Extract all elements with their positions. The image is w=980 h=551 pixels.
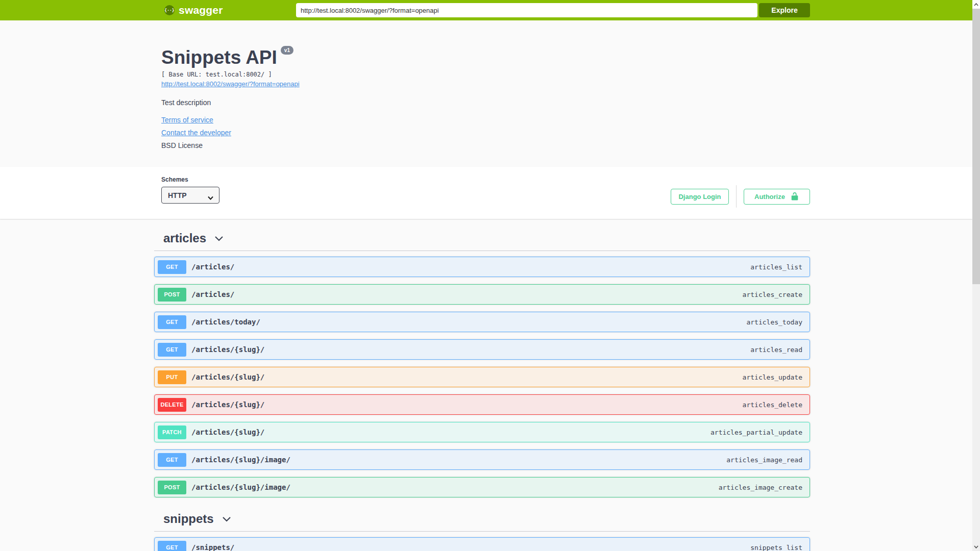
section-title: snippets <box>163 512 214 526</box>
method-badge: PATCH <box>158 425 186 439</box>
endpoint-path: /articles/{slug}/image/ <box>191 483 290 491</box>
scheme-container: Schemes HTTP Django Login Authorize <box>0 167 972 219</box>
chevron-down-icon <box>221 513 232 524</box>
auth-block: Django Login Authorize <box>671 185 810 208</box>
method-badge: PUT <box>158 370 186 384</box>
operation-id: articles_list <box>750 263 802 271</box>
schemes-label: Schemes <box>161 176 219 183</box>
operation-id: articles_create <box>743 291 802 298</box>
op-row[interactable]: GET/articles/{slug}/image/articles_image… <box>154 449 810 470</box>
spec-url-link[interactable]: http://test.local:8002/swagger/?format=o… <box>161 80 300 88</box>
spec-url-input[interactable] <box>296 3 757 17</box>
section-snippets: snippetsGET/snippets/snippets_list <box>154 497 810 551</box>
endpoint-path: /articles/ <box>191 290 234 298</box>
auth-divider <box>736 185 737 208</box>
page-title: Snippets APIv1 <box>161 47 293 68</box>
op-row[interactable]: GET/articles/{slug}/articles_read <box>154 339 810 360</box>
op-row[interactable]: GET/snippets/snippets_list <box>154 537 810 551</box>
op-row[interactable]: GET/articles/articles_list <box>154 257 810 277</box>
terms-of-service-link[interactable]: Terms of service <box>161 116 213 124</box>
method-badge: GET <box>158 343 186 357</box>
api-description: Test description <box>161 98 211 107</box>
endpoint-path: /articles/{slug}/ <box>191 373 264 381</box>
endpoint-path: /articles/{slug}/ <box>191 345 264 354</box>
chevron-down-icon <box>213 233 225 244</box>
op-row[interactable]: PATCH/articles/{slug}/articles_partial_u… <box>154 422 810 442</box>
scroll-down-icon[interactable] <box>972 542 980 551</box>
scrollbar-thumb[interactable] <box>972 9 980 284</box>
topbar: {··} swagger Explore <box>0 0 972 20</box>
explore-button[interactable]: Explore <box>759 3 810 17</box>
operation-id: articles_image_create <box>719 484 802 491</box>
method-badge: POST <box>158 481 186 494</box>
section-header-articles[interactable]: articles <box>154 219 810 251</box>
op-row[interactable]: DELETE/articles/{slug}/articles_delete <box>154 394 810 415</box>
operations-area: articlesGET/articles/articles_listPOST/a… <box>154 219 810 551</box>
operation-id: articles_delete <box>743 401 802 409</box>
url-bar: Explore <box>296 3 810 17</box>
scroll-up-icon[interactable] <box>972 0 980 9</box>
section-header-snippets[interactable]: snippets <box>154 497 810 532</box>
op-row[interactable]: POST/articles/{slug}/image/articles_imag… <box>154 477 810 497</box>
scrollbar[interactable] <box>972 0 980 551</box>
method-badge: POST <box>158 288 186 302</box>
schemes-block: Schemes HTTP <box>161 176 219 204</box>
endpoint-path: /articles/{slug}/image/ <box>191 456 290 464</box>
operation-id: articles_partial_update <box>710 429 802 436</box>
swagger-logo-icon: {··} <box>164 5 175 15</box>
method-badge: GET <box>158 453 186 467</box>
api-title: Snippets API <box>161 47 277 68</box>
endpoint-path: /articles/{slug}/ <box>191 428 264 436</box>
base-url-text: [ Base URL: test.local:8002/ ] <box>161 71 272 78</box>
license-text: BSD License <box>161 141 203 149</box>
endpoint-path: /articles/today/ <box>191 318 260 326</box>
operation-id: articles_image_read <box>726 456 802 464</box>
swagger-logo-text: swagger <box>179 4 223 16</box>
scheme-selected-value: HTTP <box>168 191 187 199</box>
contact-developer-link[interactable]: Contact the developer <box>161 129 231 137</box>
method-badge: GET <box>158 260 186 274</box>
endpoint-path: /articles/ <box>191 263 234 271</box>
version-badge: v1 <box>281 46 293 55</box>
endpoint-path: /articles/{slug}/ <box>191 400 264 409</box>
endpoint-path: /snippets/ <box>191 543 234 551</box>
unlocked-padlock-icon <box>790 192 799 201</box>
swagger-logo: {··} swagger <box>164 0 223 20</box>
authorize-label: Authorize <box>754 193 785 201</box>
django-login-button[interactable]: Django Login <box>671 189 729 205</box>
operation-id: articles_today <box>746 318 802 326</box>
method-badge: DELETE <box>158 398 186 412</box>
op-row[interactable]: PUT/articles/{slug}/articles_update <box>154 367 810 387</box>
operation-id: articles_read <box>750 346 802 354</box>
chevron-down-icon <box>208 193 213 202</box>
section-articles: articlesGET/articles/articles_listPOST/a… <box>154 219 810 497</box>
authorize-button[interactable]: Authorize <box>744 189 810 205</box>
method-badge: GET <box>158 541 186 551</box>
op-row[interactable]: GET/articles/today/articles_today <box>154 312 810 332</box>
operation-id: articles_update <box>743 373 802 381</box>
scheme-select[interactable]: HTTP <box>161 187 219 204</box>
op-row[interactable]: POST/articles/articles_create <box>154 284 810 305</box>
method-badge: GET <box>158 315 186 329</box>
section-title: articles <box>163 231 206 245</box>
operation-id: snippets_list <box>750 544 802 551</box>
